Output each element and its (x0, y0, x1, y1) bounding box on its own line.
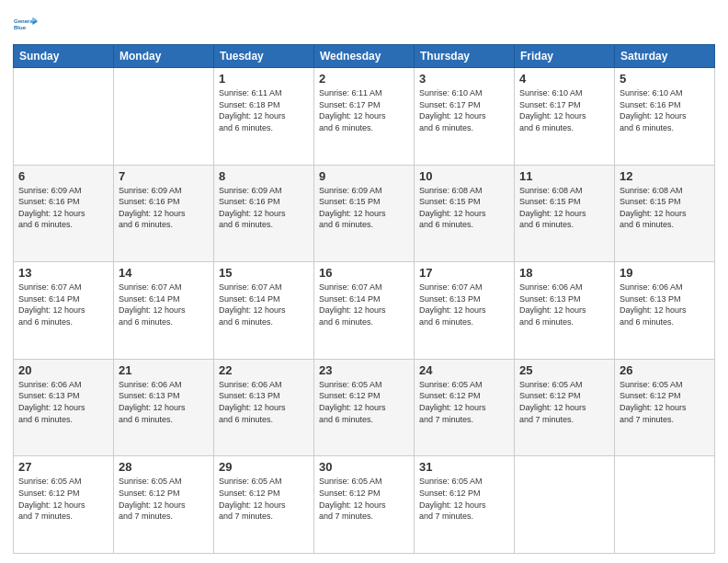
day-header-sunday: Sunday (14, 45, 114, 68)
day-info: Sunrise: 6:07 AM Sunset: 6:14 PM Dayligh… (319, 282, 409, 327)
day-info: Sunrise: 6:06 AM Sunset: 6:13 PM Dayligh… (18, 379, 108, 425)
day-number: 3 (419, 72, 509, 86)
calendar-cell: 8Sunrise: 6:09 AM Sunset: 6:16 PM Daylig… (214, 165, 314, 262)
calendar-cell: 11Sunrise: 6:08 AM Sunset: 6:15 PM Dayli… (515, 165, 615, 262)
svg-text:General: General (14, 18, 35, 24)
day-info: Sunrise: 6:08 AM Sunset: 6:15 PM Dayligh… (620, 185, 710, 231)
day-header-tuesday: Tuesday (214, 45, 314, 68)
day-header-saturday: Saturday (615, 45, 715, 68)
day-info: Sunrise: 6:09 AM Sunset: 6:16 PM Dayligh… (119, 185, 209, 231)
day-number: 14 (119, 266, 209, 280)
calendar-cell: 7Sunrise: 6:09 AM Sunset: 6:16 PM Daylig… (114, 165, 214, 262)
calendar-cell (615, 456, 715, 554)
day-number: 21 (119, 363, 209, 377)
calendar-cell: 24Sunrise: 6:05 AM Sunset: 6:12 PM Dayli… (415, 359, 515, 456)
day-info: Sunrise: 6:06 AM Sunset: 6:13 PM Dayligh… (519, 282, 609, 327)
calendar-cell: 22Sunrise: 6:06 AM Sunset: 6:13 PM Dayli… (214, 359, 314, 456)
day-info: Sunrise: 6:05 AM Sunset: 6:12 PM Dayligh… (419, 379, 509, 425)
calendar-cell: 31Sunrise: 6:05 AM Sunset: 6:12 PM Dayli… (415, 456, 515, 554)
svg-text:Blue: Blue (14, 25, 27, 30)
header: GeneralBlue (13, 11, 715, 37)
day-number: 2 (319, 72, 409, 86)
day-info: Sunrise: 6:07 AM Sunset: 6:14 PM Dayligh… (119, 282, 209, 327)
calendar-cell: 5Sunrise: 6:10 AM Sunset: 6:16 PM Daylig… (615, 68, 715, 166)
day-number: 25 (519, 363, 609, 377)
day-number: 28 (119, 460, 209, 474)
calendar-cell: 17Sunrise: 6:07 AM Sunset: 6:13 PM Dayli… (415, 262, 515, 360)
calendar-cell: 9Sunrise: 6:09 AM Sunset: 6:15 PM Daylig… (314, 165, 415, 262)
day-info: Sunrise: 6:08 AM Sunset: 6:15 PM Dayligh… (519, 185, 609, 231)
day-info: Sunrise: 6:06 AM Sunset: 6:13 PM Dayligh… (219, 379, 309, 425)
logo: GeneralBlue (13, 11, 39, 37)
day-number: 15 (219, 266, 309, 280)
week-row-4: 20Sunrise: 6:06 AM Sunset: 6:13 PM Dayli… (14, 359, 715, 456)
day-number: 1 (219, 72, 309, 86)
day-number: 26 (620, 363, 710, 377)
day-info: Sunrise: 6:07 AM Sunset: 6:14 PM Dayligh… (219, 282, 309, 327)
calendar-cell: 20Sunrise: 6:06 AM Sunset: 6:13 PM Dayli… (14, 359, 114, 456)
week-row-2: 6Sunrise: 6:09 AM Sunset: 6:16 PM Daylig… (14, 165, 715, 262)
day-number: 23 (319, 363, 409, 377)
calendar-cell: 27Sunrise: 6:05 AM Sunset: 6:12 PM Dayli… (14, 456, 114, 554)
calendar-cell (515, 456, 615, 554)
day-number: 29 (219, 460, 309, 474)
day-header-friday: Friday (515, 45, 615, 68)
day-number: 17 (419, 266, 509, 280)
day-number: 31 (419, 460, 509, 474)
calendar-cell: 4Sunrise: 6:10 AM Sunset: 6:17 PM Daylig… (515, 68, 615, 166)
page: GeneralBlue SundayMondayTuesdayWednesday… (0, 0, 728, 563)
day-info: Sunrise: 6:11 AM Sunset: 6:17 PM Dayligh… (319, 87, 409, 133)
day-info: Sunrise: 6:05 AM Sunset: 6:12 PM Dayligh… (219, 476, 309, 522)
day-number: 10 (419, 169, 509, 183)
calendar-cell: 2Sunrise: 6:11 AM Sunset: 6:17 PM Daylig… (314, 68, 415, 166)
day-info: Sunrise: 6:10 AM Sunset: 6:17 PM Dayligh… (519, 87, 609, 133)
calendar-cell: 13Sunrise: 6:07 AM Sunset: 6:14 PM Dayli… (14, 262, 114, 360)
day-number: 13 (18, 266, 108, 280)
day-number: 5 (620, 72, 710, 86)
day-number: 20 (18, 363, 108, 377)
day-info: Sunrise: 6:05 AM Sunset: 6:12 PM Dayligh… (119, 476, 209, 522)
day-info: Sunrise: 6:10 AM Sunset: 6:16 PM Dayligh… (620, 87, 710, 133)
day-info: Sunrise: 6:09 AM Sunset: 6:16 PM Dayligh… (219, 185, 309, 231)
week-row-1: 1Sunrise: 6:11 AM Sunset: 6:18 PM Daylig… (14, 68, 715, 166)
day-header-wednesday: Wednesday (314, 45, 415, 68)
calendar-cell: 15Sunrise: 6:07 AM Sunset: 6:14 PM Dayli… (214, 262, 314, 360)
day-number: 11 (519, 169, 609, 183)
day-info: Sunrise: 6:11 AM Sunset: 6:18 PM Dayligh… (219, 87, 309, 133)
day-info: Sunrise: 6:06 AM Sunset: 6:13 PM Dayligh… (119, 379, 209, 425)
calendar-cell: 16Sunrise: 6:07 AM Sunset: 6:14 PM Dayli… (314, 262, 415, 360)
day-info: Sunrise: 6:09 AM Sunset: 6:16 PM Dayligh… (18, 185, 108, 231)
day-info: Sunrise: 6:10 AM Sunset: 6:17 PM Dayligh… (419, 87, 509, 133)
day-number: 6 (18, 169, 108, 183)
calendar-cell: 6Sunrise: 6:09 AM Sunset: 6:16 PM Daylig… (14, 165, 114, 262)
calendar-cell: 29Sunrise: 6:05 AM Sunset: 6:12 PM Dayli… (214, 456, 314, 554)
calendar-cell: 3Sunrise: 6:10 AM Sunset: 6:17 PM Daylig… (415, 68, 515, 166)
calendar-cell: 1Sunrise: 6:11 AM Sunset: 6:18 PM Daylig… (214, 68, 314, 166)
day-info: Sunrise: 6:05 AM Sunset: 6:12 PM Dayligh… (419, 476, 509, 522)
day-info: Sunrise: 6:08 AM Sunset: 6:15 PM Dayligh… (419, 185, 509, 231)
calendar-cell: 12Sunrise: 6:08 AM Sunset: 6:15 PM Dayli… (615, 165, 715, 262)
calendar-cell: 30Sunrise: 6:05 AM Sunset: 6:12 PM Dayli… (314, 456, 415, 554)
calendar: SundayMondayTuesdayWednesdayThursdayFrid… (13, 44, 715, 554)
day-info: Sunrise: 6:07 AM Sunset: 6:13 PM Dayligh… (419, 282, 509, 327)
day-number: 24 (419, 363, 509, 377)
day-number: 8 (219, 169, 309, 183)
calendar-cell: 23Sunrise: 6:05 AM Sunset: 6:12 PM Dayli… (314, 359, 415, 456)
day-number: 4 (519, 72, 609, 86)
calendar-cell (114, 68, 214, 166)
day-header-monday: Monday (114, 45, 214, 68)
day-info: Sunrise: 6:05 AM Sunset: 6:12 PM Dayligh… (620, 379, 710, 425)
calendar-cell: 28Sunrise: 6:05 AM Sunset: 6:12 PM Dayli… (114, 456, 214, 554)
calendar-cell: 18Sunrise: 6:06 AM Sunset: 6:13 PM Dayli… (515, 262, 615, 360)
calendar-cell: 21Sunrise: 6:06 AM Sunset: 6:13 PM Dayli… (114, 359, 214, 456)
calendar-cell: 25Sunrise: 6:05 AM Sunset: 6:12 PM Dayli… (515, 359, 615, 456)
day-number: 19 (620, 266, 710, 280)
day-number: 27 (18, 460, 108, 474)
day-info: Sunrise: 6:05 AM Sunset: 6:12 PM Dayligh… (18, 476, 108, 522)
calendar-cell: 26Sunrise: 6:05 AM Sunset: 6:12 PM Dayli… (615, 359, 715, 456)
day-header-thursday: Thursday (415, 45, 515, 68)
day-number: 18 (519, 266, 609, 280)
logo-icon: GeneralBlue (13, 11, 39, 37)
day-info: Sunrise: 6:05 AM Sunset: 6:12 PM Dayligh… (319, 476, 409, 522)
calendar-cell: 14Sunrise: 6:07 AM Sunset: 6:14 PM Dayli… (114, 262, 214, 360)
